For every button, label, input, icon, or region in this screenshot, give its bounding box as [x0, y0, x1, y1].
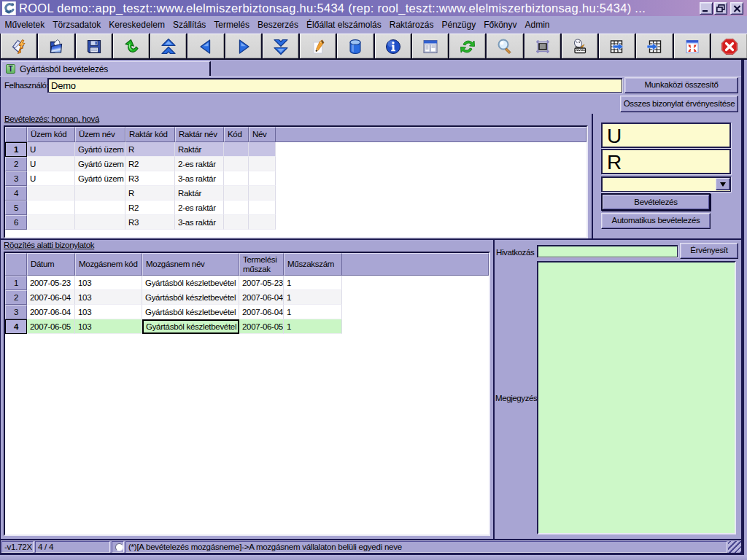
open-folder-icon[interactable] — [38, 34, 74, 58]
column-header[interactable]: Kód — [224, 127, 249, 142]
row-number[interactable]: 4 — [5, 186, 27, 201]
table-cell[interactable]: 103 — [75, 319, 142, 334]
last-record-icon[interactable] — [263, 34, 298, 58]
table-cell[interactable] — [249, 215, 276, 230]
table-cell[interactable]: 1 — [284, 276, 342, 290]
table-cell[interactable] — [27, 215, 75, 230]
menu-item-admin[interactable]: Admin — [521, 17, 554, 33]
table-cell[interactable]: U — [27, 142, 75, 157]
table-cell[interactable]: 2-es raktár — [175, 201, 224, 215]
menu-item-f-k-nyv[interactable]: Főkönyv — [480, 17, 521, 33]
column-header[interactable]: Műszakszám — [284, 253, 342, 276]
table-cell[interactable]: Gyártásból készletbevétel — [142, 305, 239, 319]
refresh-icon[interactable] — [449, 34, 485, 58]
table-cell[interactable]: 103 — [75, 276, 142, 290]
table-cell[interactable]: 103 — [75, 290, 142, 305]
column-header[interactable]: Raktár név — [175, 127, 224, 142]
row-number[interactable]: 3 — [5, 171, 27, 186]
next-record-icon[interactable] — [225, 34, 261, 58]
column-header[interactable]: Név — [249, 127, 276, 142]
combo-dropdown-button[interactable] — [716, 178, 730, 190]
table-cell[interactable]: Raktár — [175, 186, 224, 201]
summary-button[interactable]: Munkaközi összesítő — [624, 77, 738, 93]
table-cell[interactable] — [249, 186, 276, 201]
row-number[interactable]: 5 — [5, 201, 27, 215]
column-header[interactable]: Üzem kód — [27, 127, 75, 142]
edit-pencil-icon[interactable] — [300, 34, 336, 58]
resize-grip[interactable] — [728, 541, 741, 553]
table-cell[interactable] — [75, 186, 125, 201]
close-button[interactable] — [730, 2, 743, 15]
window-restore-red-icon[interactable] — [674, 34, 710, 58]
column-header[interactable]: Dátum — [27, 253, 75, 276]
table-cell[interactable]: 2007-06-04 — [27, 290, 75, 305]
row-number[interactable]: 1 — [5, 276, 27, 290]
table-cell[interactable] — [249, 157, 276, 171]
menu-item-beszerz-s[interactable]: Beszerzés — [254, 17, 303, 33]
first-record-icon[interactable] — [150, 34, 186, 58]
to-code-input[interactable]: R — [601, 149, 731, 174]
table-cell[interactable] — [27, 186, 75, 201]
table-cell[interactable]: R3 — [125, 171, 175, 186]
reference-input[interactable] — [537, 245, 678, 257]
table-cell[interactable]: Gyártó üzem — [75, 171, 125, 186]
menu-item-m-veletek[interactable]: Műveletek — [1, 17, 49, 33]
combo-select[interactable] — [601, 176, 731, 192]
table-cell[interactable]: R — [125, 186, 175, 201]
column-header[interactable]: Raktár kód — [125, 127, 175, 142]
table-cell[interactable]: 2007-06-05 — [27, 319, 75, 334]
tab-gyartasbol-bevetelezes[interactable]: T Gyártásból bevételezés — [1, 61, 211, 76]
table-cell[interactable] — [27, 201, 75, 215]
from-code-input[interactable]: U — [601, 122, 731, 148]
table-cell[interactable] — [224, 142, 249, 157]
table-cell[interactable]: 1 — [284, 319, 342, 334]
save-icon[interactable] — [76, 34, 112, 58]
menu-item-rakt-roz-s[interactable]: Raktározás — [385, 17, 438, 33]
info-icon[interactable] — [375, 34, 411, 58]
stop-icon[interactable] — [711, 34, 747, 58]
table-cell[interactable]: Gyártó üzem — [75, 157, 125, 171]
table-cell[interactable] — [224, 201, 249, 215]
row-number[interactable]: 2 — [5, 157, 27, 171]
table-cell[interactable]: Gyártásból készletbevétel — [142, 319, 239, 334]
column-header[interactable]: Mozgásnem kód — [75, 253, 142, 276]
form-window-icon[interactable] — [412, 34, 448, 58]
validate-all-button[interactable]: Összes bizonylat érvényesítése — [620, 96, 738, 112]
table-cell[interactable]: Raktár — [175, 142, 224, 157]
database-icon[interactable] — [337, 34, 373, 58]
table-cell[interactable]: 103 — [75, 305, 142, 319]
undo-arrow-icon[interactable] — [113, 34, 149, 58]
receive-button[interactable]: Bevételezés — [601, 193, 711, 211]
row-number[interactable]: 3 — [5, 305, 27, 319]
table-cell[interactable]: U — [27, 171, 75, 186]
table-cell[interactable]: Gyártásból készletbevétel — [142, 276, 239, 290]
table-cell[interactable]: 2007-05-23 — [239, 276, 284, 290]
table-cell[interactable] — [75, 215, 125, 230]
table-cell[interactable]: R2 — [125, 157, 175, 171]
table-cell[interactable]: 2007-06-04 — [239, 290, 284, 305]
table-cell[interactable]: Gyártó üzem — [75, 142, 125, 157]
table-cell[interactable] — [249, 201, 276, 215]
user-input[interactable]: Demo — [47, 78, 622, 93]
menu-item-kereskedelem[interactable]: Kereskedelem — [105, 17, 169, 33]
table-export-icon[interactable] — [599, 34, 635, 58]
menu-item-termel-s[interactable]: Termelés — [210, 17, 254, 33]
minimize-button[interactable] — [700, 2, 713, 15]
table-cell[interactable] — [75, 201, 125, 215]
table-cell[interactable]: 2007-05-23 — [27, 276, 75, 290]
table-cell[interactable]: R3 — [125, 215, 175, 230]
bolt-document-icon[interactable] — [1, 34, 36, 58]
menu-item-p-nz-gy[interactable]: Pénzügy — [438, 17, 480, 33]
table-cell[interactable]: 3-as raktár — [175, 215, 224, 230]
menu-item-sz-ll-t-s[interactable]: Szállítás — [169, 17, 209, 33]
table-cell[interactable] — [224, 171, 249, 186]
table-cell[interactable]: 2-es raktár — [175, 157, 224, 171]
column-header[interactable]: Termelési műszak — [239, 253, 284, 276]
row-number[interactable]: 2 — [5, 290, 27, 305]
table-cell[interactable]: R — [125, 142, 175, 157]
input-devices-icon[interactable] — [562, 34, 597, 58]
fit-resize-icon[interactable] — [525, 34, 560, 58]
table-cell[interactable] — [224, 186, 249, 201]
table-cell[interactable] — [249, 142, 276, 157]
table-cell[interactable]: 3-as raktár — [175, 171, 224, 186]
